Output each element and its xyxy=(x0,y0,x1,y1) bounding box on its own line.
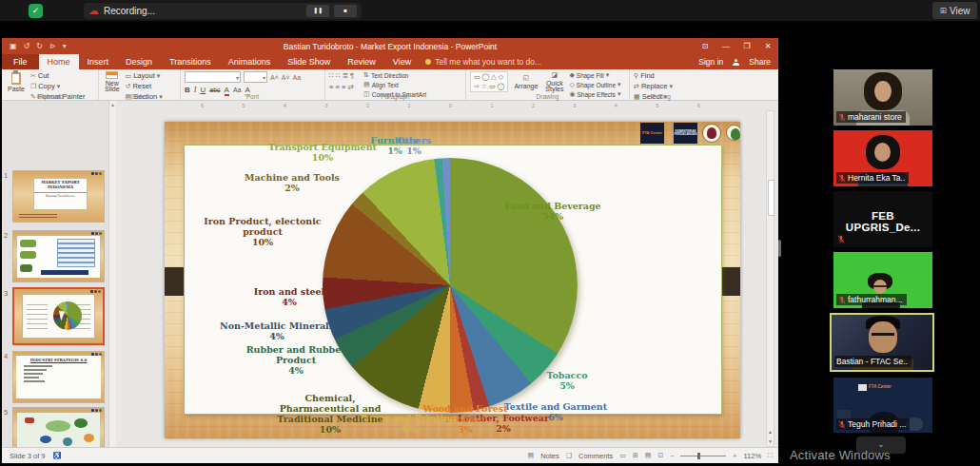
align-buttons-row[interactable]: ≡ ≡ ≡ ⇄ xyxy=(329,83,354,91)
cut-button[interactable]: ✂Cut xyxy=(30,71,85,80)
font-name-dropdown[interactable]: ▾ xyxy=(185,71,241,83)
participant-tile-1[interactable]: maharani store xyxy=(833,69,932,126)
save-icon[interactable]: ▣ xyxy=(10,42,17,50)
meeting-topbar: ✓ ☁ Recording... ❚❚ ■ ⊞ View xyxy=(0,0,980,21)
shapes-row2: ⇨ ☆ ▭ ◯ xyxy=(474,83,504,90)
workspace: 1 MARKET EXPORT INDONESIA Bastian Turido… xyxy=(2,101,778,447)
cut-label: Cut xyxy=(38,71,49,80)
titlebar[interactable]: ▣ ↺ ↻ ⊳ ▾ Bastian Turidobroto - Market E… xyxy=(2,38,778,54)
grow-font-icon[interactable]: A˄ xyxy=(270,74,279,81)
vertical-scrollbar[interactable]: ▲ ▼ xyxy=(766,110,774,447)
participant-tile-2[interactable]: Hernita Eka Ta.. xyxy=(833,130,932,186)
slide-thumbnail-5[interactable] xyxy=(12,407,105,447)
pause-recording-button[interactable]: ❚❚ xyxy=(306,5,329,17)
align-text-button[interactable]: ▤Align Text xyxy=(363,81,426,88)
shrink-font-icon[interactable]: A˅ xyxy=(282,74,290,81)
sign-in-link[interactable]: Sign in xyxy=(698,57,723,67)
find-button[interactable]: ⚲Find xyxy=(634,71,673,80)
stop-recording-button[interactable]: ■ xyxy=(334,5,357,17)
tab-slide-show[interactable]: Slide Show xyxy=(279,54,339,69)
participant-tile-4[interactable]: fathurrahman... xyxy=(833,252,932,308)
tab-insert[interactable]: Insert xyxy=(79,54,118,69)
restore-button[interactable]: ❐ xyxy=(736,38,757,54)
quick-styles-button[interactable]: ◪ Quick Styles xyxy=(543,71,565,92)
qat-dropdown-icon[interactable]: ▾ xyxy=(63,42,67,50)
panel-divider-handle[interactable] xyxy=(778,240,781,257)
reset-button[interactable]: ↺Reset xyxy=(126,82,163,90)
slide-thumbnail-2[interactable] xyxy=(12,230,105,282)
slide-canvas[interactable]: FTA Center KEMENTERIANPERDAGANGAN Food a… xyxy=(165,122,740,438)
undo-icon[interactable]: ↺ xyxy=(24,42,30,50)
ribbon-tab-bar: File Home Insert Design Transitions Anim… xyxy=(2,54,778,69)
security-shield-icon: ✓ xyxy=(29,4,43,18)
comments-button[interactable]: Comments xyxy=(578,452,613,460)
slide-thumbnail-4[interactable]: INDUSTRI STRATEGIS 4.0 xyxy=(12,351,105,403)
tab-view[interactable]: View xyxy=(384,54,420,69)
share-button[interactable]: Share xyxy=(749,57,771,67)
avatar-face xyxy=(874,81,892,102)
zoom-in-button[interactable]: + xyxy=(733,453,736,459)
reading-view-button[interactable]: ▤ xyxy=(645,452,652,459)
tab-review[interactable]: Review xyxy=(339,54,384,69)
participant-tile-5-active-speaker[interactable]: Bastian - FTAC Se.. xyxy=(830,313,934,372)
layout-button[interactable]: ▭Layout ▾ xyxy=(126,71,163,80)
shape-outline-button[interactable]: ◇Shape Outline ▾ xyxy=(569,81,620,88)
scrollbar-thumb[interactable] xyxy=(768,180,774,216)
new-slide-button[interactable]: New Slide xyxy=(103,71,122,92)
normal-view-button[interactable]: ▭ xyxy=(619,452,626,459)
replace-button[interactable]: ⇄Replace ▾ xyxy=(634,82,673,90)
tab-file[interactable]: File xyxy=(2,54,39,69)
font-button-5[interactable]: Aa xyxy=(233,87,242,93)
pie-label-7: Rubber and RubberProduct4% xyxy=(246,345,346,377)
tell-me-box[interactable]: Tell me what you want to do... xyxy=(425,54,541,69)
shapes-gallery[interactable]: ▭ ◯ △ ◇ ⇨ ☆ ▭ ◯ xyxy=(470,71,508,92)
replace-label: Replace xyxy=(641,82,668,90)
font-size-dropdown[interactable]: ▾ xyxy=(244,71,267,83)
tab-home[interactable]: Home xyxy=(39,54,79,69)
next-slide-button[interactable]: ▼ xyxy=(767,438,774,444)
thumbnail-scrollbar[interactable]: ▲ xyxy=(108,101,116,447)
tab-design[interactable]: Design xyxy=(117,54,161,69)
zoom-view-button[interactable]: ⊞ View xyxy=(932,2,977,19)
font-button-3[interactable]: abc xyxy=(209,87,220,93)
notes-button[interactable]: Notes xyxy=(540,452,559,460)
paragraph-group: ∷ ∷ ≣ ¶ ≡ ≡ ≡ ⇄ ⇅Text Direction ▤Align T… xyxy=(325,69,466,100)
slide-thumbnail-3-selected[interactable] xyxy=(12,287,105,345)
slide-sorter-button[interactable]: ⊞ xyxy=(633,452,638,459)
copy-button[interactable]: ❐Copy ▾ xyxy=(30,82,85,90)
minimize-button[interactable]: — xyxy=(715,38,736,54)
pie-label-0: Food and Beverage34% xyxy=(504,202,600,223)
accessibility-icon[interactable]: ♿ xyxy=(53,452,62,459)
participant-tile-3[interactable]: FEB UPGRIS_De... xyxy=(833,191,932,247)
shape-fill-button[interactable]: ◆Shape Fill ▾ xyxy=(569,71,620,79)
fit-slide-button[interactable]: ⛶ xyxy=(768,452,773,459)
tab-animations[interactable]: Animations xyxy=(220,54,280,69)
zoom-slider-knob[interactable] xyxy=(697,453,700,459)
quick-access-toolbar[interactable]: ▣ ↺ ↻ ⊳ ▾ xyxy=(10,42,67,50)
clear-format-icon[interactable]: Aa xyxy=(293,74,302,81)
person-icon xyxy=(733,59,739,66)
paste-button[interactable]: Paste xyxy=(6,71,27,92)
slideshow-button[interactable]: ⊡ xyxy=(657,452,663,459)
lightbulb-icon xyxy=(425,59,431,65)
zoom-slider[interactable] xyxy=(680,456,726,456)
pie-label-1: Tobacco5% xyxy=(546,371,587,392)
zoom-out-button[interactable]: − xyxy=(670,453,674,459)
zoom-level[interactable]: 112% xyxy=(743,452,761,460)
ruler-number: 0 xyxy=(449,103,452,111)
text-direction-button[interactable]: ⇅Text Direction xyxy=(363,71,426,79)
previous-slide-button[interactable]: ▲ xyxy=(767,429,774,435)
close-button[interactable]: ✕ xyxy=(757,38,778,54)
arrange-button[interactable]: ◱ Arrange xyxy=(512,71,539,92)
ribbon-display-options-button[interactable]: ⊡ xyxy=(695,38,715,54)
thumb-number-2: 2 xyxy=(4,231,8,240)
redo-icon[interactable]: ↻ xyxy=(36,42,43,50)
participant-tile-6[interactable]: FTA Center Teguh Prihadi ... xyxy=(833,378,932,433)
tab-transitions[interactable]: Transitions xyxy=(161,54,220,69)
list-buttons-row[interactable]: ∷ ∷ ≣ ¶ xyxy=(329,71,354,80)
thumbnail-pie-chart xyxy=(53,301,82,330)
start-slideshow-icon[interactable]: ⊳ xyxy=(49,42,56,50)
thumb-number-4: 4 xyxy=(4,352,8,360)
scroll-up-icon[interactable]: ▲ xyxy=(109,101,116,109)
slide-thumbnail-1[interactable]: MARKET EXPORT INDONESIA Bastian Turidobr… xyxy=(12,170,105,223)
